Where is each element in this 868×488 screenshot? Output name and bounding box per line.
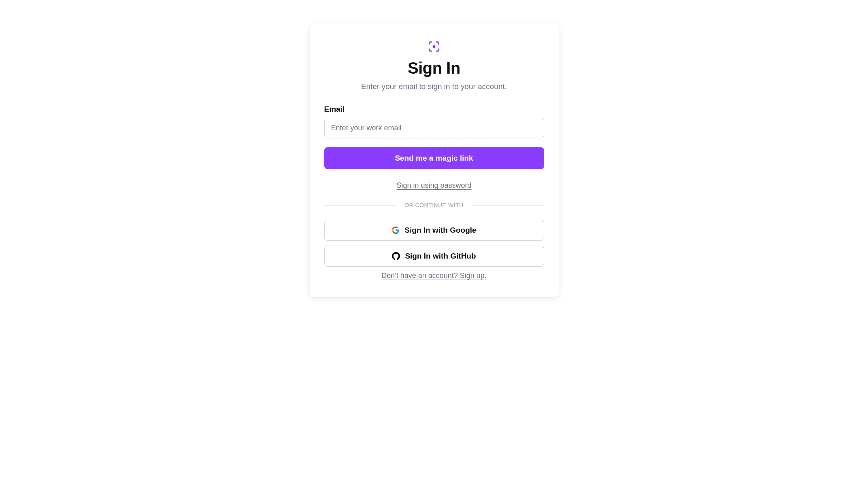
divider-text: OR CONTINUE WITH [397,202,471,208]
signup-link[interactable]: Don't have an account? Sign up. [381,272,487,280]
github-button-label: Sign In with GitHub [405,252,476,261]
svg-point-0 [433,46,435,47]
signin-card: Sign In Enter your email to sign in to y… [310,24,559,297]
google-signin-button[interactable]: Sign In with Google [324,220,544,241]
github-icon [392,252,400,260]
google-icon [391,226,400,234]
email-input[interactable] [324,118,544,138]
focus-icon [428,40,440,53]
divider: OR CONTINUE WITH [324,202,544,208]
email-group: Email [324,105,544,138]
page-subtitle: Enter your email to sign in to your acco… [361,82,507,91]
google-button-label: Sign In with Google [404,226,476,235]
password-signin-link[interactable]: Sign in using password [396,181,471,190]
divider-line-left [324,205,398,206]
email-label: Email [324,105,544,114]
github-signin-button[interactable]: Sign In with GitHub [324,246,544,267]
magic-link-button[interactable]: Send me a magic link [324,147,544,169]
divider-line-right [471,205,544,206]
page-title: Sign In [408,59,460,77]
